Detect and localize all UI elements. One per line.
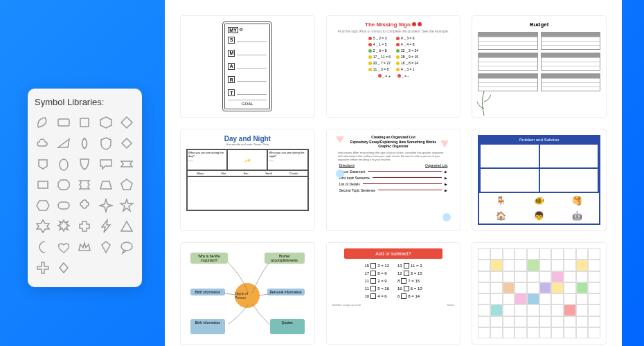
shape-cross-icon[interactable] — [35, 260, 51, 276]
shape-ribbon-icon[interactable] — [118, 156, 135, 172]
svg-marker-15 — [58, 220, 69, 231]
template-card[interactable]: Problem and Solution 🪑🐠🥞 🏠👦🤖 — [472, 129, 607, 231]
svg-marker-3 — [121, 117, 132, 128]
svg-marker-14 — [37, 220, 49, 233]
shape-pent-icon[interactable] — [118, 176, 135, 193]
svg-marker-16 — [102, 220, 110, 233]
svg-marker-13 — [120, 199, 133, 211]
shape-shield2-icon[interactable] — [76, 156, 93, 172]
shape-star6-icon[interactable] — [35, 218, 51, 235]
budget-title: Budget — [530, 21, 549, 28]
svg-rect-0 — [58, 119, 69, 126]
svg-point-5 — [60, 159, 68, 170]
template-card[interactable]: MY ☆ S M A R T GOAL — [180, 15, 315, 118]
ps-title: Problem and Solution — [479, 136, 599, 143]
template-gallery: MY ☆ S M A R T GOAL The Missing Sign Fin… — [165, 0, 622, 346]
shape-badge-icon[interactable] — [35, 156, 51, 172]
color-grid — [478, 248, 600, 338]
shape-diamond-icon[interactable] — [118, 135, 135, 152]
shape-zigzag-icon[interactable] — [76, 176, 93, 193]
svg-marker-12 — [100, 199, 112, 212]
as-title: Add or subtract? — [344, 248, 442, 259]
svg-marker-8 — [100, 181, 111, 189]
shape-drop-icon[interactable] — [76, 135, 93, 152]
svg-marker-4 — [122, 138, 132, 148]
shape-diamond3-icon[interactable] — [55, 260, 72, 276]
ps-icons: 🪑🐠🥞 — [479, 193, 599, 208]
shape-trap-icon[interactable] — [98, 176, 114, 193]
ms-title: The Missing Sign — [365, 21, 411, 28]
template-card[interactable] — [472, 242, 607, 345]
shape-star8-icon[interactable] — [55, 218, 72, 235]
svg-marker-9 — [121, 179, 132, 190]
shape-callout-icon[interactable] — [98, 156, 114, 172]
shape-square-icon[interactable] — [76, 114, 93, 131]
template-card[interactable]: Why is he/she important? His/her accompl… — [180, 242, 315, 345]
shape-star4-icon[interactable] — [98, 197, 114, 214]
shape-hex2-icon[interactable] — [35, 197, 51, 214]
shape-hex-icon[interactable] — [98, 114, 114, 131]
smart-my: MY — [228, 27, 238, 33]
shape-crown-icon[interactable] — [76, 239, 93, 255]
template-card[interactable]: Add or subtract? 153 = 12 178 = 9 112 = … — [326, 242, 461, 345]
leaf-decoration-icon — [474, 88, 494, 116]
shape-plus-icon[interactable] — [76, 218, 93, 235]
template-card[interactable]: Budget — [472, 15, 607, 118]
shape-tri-icon[interactable] — [118, 218, 135, 235]
panel-title: Symbol Libraries: — [35, 97, 135, 107]
shape-heart-icon[interactable] — [55, 239, 72, 255]
shape-egg-icon[interactable] — [55, 156, 72, 172]
svg-marker-10 — [37, 201, 49, 210]
shape-rect-icon[interactable] — [55, 114, 72, 131]
svg-marker-20 — [60, 263, 68, 273]
dn-title: Day and Night — [224, 135, 271, 143]
shape-leaf-icon[interactable] — [35, 114, 51, 131]
shape-diamond2-icon[interactable] — [98, 239, 114, 255]
svg-marker-2 — [100, 117, 111, 128]
shape-oct-icon[interactable] — [55, 176, 72, 193]
shape-moon-icon[interactable] — [35, 239, 51, 255]
shape-shield-icon[interactable] — [98, 135, 114, 152]
svg-rect-1 — [80, 118, 89, 127]
mm-center: Name of Person — [235, 283, 260, 308]
template-card[interactable]: The Missing Sign Find the sign (Plus or … — [326, 15, 461, 118]
shape-bolt-icon[interactable] — [98, 218, 114, 235]
template-card[interactable]: Day and Night Unscramble and write. Name… — [180, 129, 315, 231]
shape-rrect-icon[interactable] — [55, 197, 72, 214]
shape-flower-icon[interactable] — [76, 197, 93, 214]
shape-star5-icon[interactable] — [118, 197, 135, 214]
shape-rect2-icon[interactable] — [35, 176, 51, 193]
svg-rect-6 — [38, 181, 48, 188]
svg-marker-17 — [121, 221, 132, 231]
svg-marker-18 — [102, 242, 110, 253]
shape-speech-icon[interactable] — [118, 239, 135, 255]
svg-point-19 — [121, 242, 132, 251]
shape-quad-icon[interactable] — [55, 135, 72, 152]
shape-cloud-icon[interactable] — [35, 135, 51, 152]
shape-rhombus-icon[interactable] — [118, 114, 135, 131]
template-card[interactable]: Creating an Organized List Expository Es… — [326, 129, 461, 231]
svg-rect-11 — [58, 202, 69, 209]
svg-marker-7 — [58, 180, 69, 190]
shapes-grid — [35, 114, 135, 276]
symbol-libraries-panel: Symbol Libraries: — [28, 89, 142, 287]
smart-goal: GOAL — [228, 100, 267, 106]
